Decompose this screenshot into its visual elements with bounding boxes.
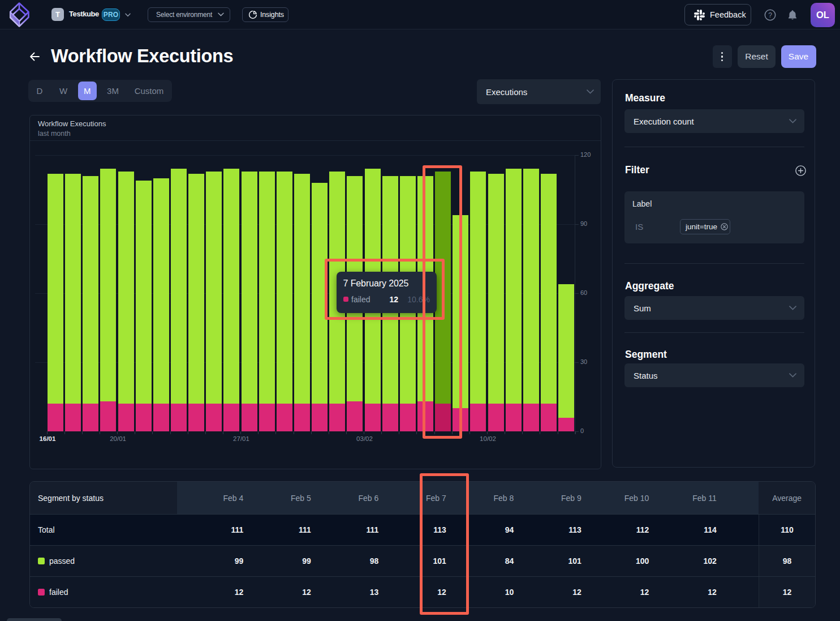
svg-text:?: ? — [768, 11, 772, 19]
